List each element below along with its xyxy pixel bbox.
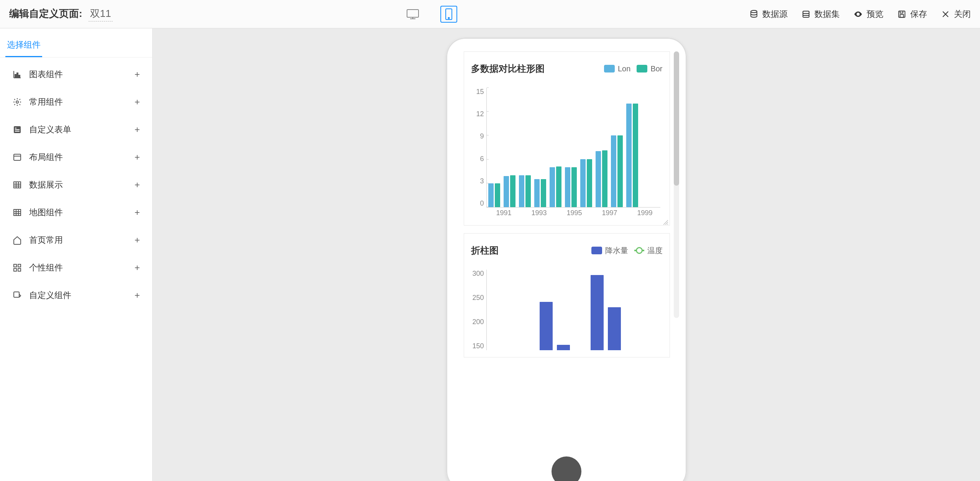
mobile-view-button[interactable] <box>440 6 457 23</box>
database-icon <box>749 10 758 19</box>
svg-rect-6 <box>803 11 809 17</box>
svg-rect-20 <box>15 129 20 130</box>
legend2-b: 温度 <box>647 245 663 256</box>
sidebar-item-label: 数据展示 <box>29 179 63 191</box>
chart-card-bar-line[interactable]: 折柱图 降水量 温度 300250200150 <box>464 233 670 357</box>
home-icon <box>12 235 22 245</box>
resize-handle-icon[interactable] <box>662 217 668 224</box>
expand-icon: + <box>135 262 140 273</box>
sidebar-item-6[interactable]: 首页常用+ <box>5 226 147 254</box>
sidebar-item-label: 首页常用 <box>29 234 63 246</box>
expand-icon: + <box>135 290 140 301</box>
expand-icon: + <box>135 152 140 163</box>
close-icon <box>941 10 950 19</box>
chart-card-bar-compare[interactable]: 多数据对比柱形图 Lon Bor 15129630 19911993199519… <box>464 51 670 226</box>
phone-frame: 多数据对比柱形图 Lon Bor 15129630 19911993199519… <box>446 38 687 481</box>
sidebar-item-label: 自定义表单 <box>29 124 71 135</box>
svg-point-5 <box>751 10 757 13</box>
expand-icon: + <box>135 69 140 80</box>
line-marker-icon <box>634 250 644 251</box>
sidebar-item-2[interactable]: 自定义表单+ <box>5 116 147 143</box>
chart1-legend: Lon Bor <box>604 64 663 73</box>
tab-select-components[interactable]: 选择组件 <box>5 36 42 57</box>
svg-rect-0 <box>407 10 419 17</box>
svg-rect-22 <box>14 154 21 160</box>
expand-icon: + <box>135 97 140 107</box>
sidebar-item-7[interactable]: 个性组件+ <box>5 254 147 282</box>
svg-line-41 <box>667 224 668 225</box>
preview-label: 预览 <box>867 8 883 20</box>
legend1-a: Lon <box>618 64 630 73</box>
svg-rect-14 <box>15 74 16 78</box>
data-set-button[interactable]: 数据集 <box>801 8 840 20</box>
sidebar-item-4[interactable]: 数据展示+ <box>5 171 147 199</box>
gear-icon <box>12 97 22 107</box>
svg-rect-15 <box>17 73 18 78</box>
scrollbar-thumb[interactable] <box>674 51 679 186</box>
table-icon <box>12 180 22 190</box>
chart2-plot: 300250200150 <box>471 270 663 350</box>
header: 编辑自定义页面: 双11 数据源 数据集 预览 <box>0 0 980 28</box>
save-icon <box>897 10 906 19</box>
legend1-b: Bor <box>650 64 662 73</box>
grid-icon <box>12 263 22 273</box>
expand-icon: + <box>135 124 140 135</box>
chart2-title: 折柱图 <box>471 244 499 257</box>
form-icon <box>12 125 22 135</box>
page-name-input[interactable]: 双11 <box>89 7 113 21</box>
sidebar-item-1[interactable]: 常用组件+ <box>5 88 147 116</box>
svg-rect-21 <box>15 131 20 132</box>
page-title-label: 编辑自定义页面: <box>9 7 82 20</box>
sidebar-item-0[interactable]: 图表组件+ <box>5 61 147 88</box>
sidebar-item-label: 常用组件 <box>29 96 63 108</box>
sidebar-item-label: 个性组件 <box>29 262 63 273</box>
svg-rect-37 <box>18 269 21 271</box>
preview-button[interactable]: 预览 <box>854 8 883 20</box>
bar-chart-icon <box>12 69 22 79</box>
close-button[interactable]: 关闭 <box>941 8 971 20</box>
sidebar-item-8[interactable]: 自定义组件+ <box>5 282 147 309</box>
canvas: 多数据对比柱形图 Lon Bor 15129630 19911993199519… <box>153 28 980 481</box>
svg-rect-16 <box>19 75 20 78</box>
svg-rect-19 <box>15 128 16 128</box>
chart1-title: 多数据对比柱形图 <box>471 63 545 75</box>
sidebar-item-3[interactable]: 布局组件+ <box>5 143 147 171</box>
svg-rect-24 <box>14 182 21 188</box>
svg-rect-34 <box>14 264 16 267</box>
table-icon <box>12 208 22 217</box>
save-button[interactable]: 保存 <box>897 8 927 20</box>
legend2-a: 降水量 <box>605 245 628 256</box>
sidebar-item-label: 自定义组件 <box>29 290 71 301</box>
expand-icon: + <box>135 235 140 245</box>
list-icon <box>801 10 811 19</box>
sidebar-item-label: 布局组件 <box>29 152 63 163</box>
layout-icon <box>12 152 22 162</box>
close-label: 关闭 <box>954 8 971 20</box>
scrollbar[interactable] <box>674 51 679 318</box>
svg-rect-35 <box>18 264 21 267</box>
svg-point-17 <box>16 101 18 103</box>
sidebar: 选择组件 图表组件+常用组件+自定义表单+布局组件+数据展示+地图组件+首页常用… <box>0 28 153 481</box>
chart1-plot: 15129630 19911993199519971999 <box>471 88 663 218</box>
expand-icon: + <box>135 180 140 190</box>
eye-icon <box>854 10 863 19</box>
sidebar-item-5[interactable]: 地图组件+ <box>5 199 147 226</box>
svg-rect-29 <box>14 209 21 216</box>
expand-icon: + <box>135 207 140 218</box>
svg-rect-38 <box>14 292 19 297</box>
svg-rect-36 <box>14 269 16 271</box>
save-label: 保存 <box>910 8 927 20</box>
chart2-legend: 降水量 温度 <box>591 245 663 256</box>
desktop-view-button[interactable] <box>404 6 421 23</box>
data-source-label: 数据源 <box>762 8 788 20</box>
svg-rect-11 <box>900 14 903 17</box>
svg-point-9 <box>857 13 859 15</box>
sidebar-item-label: 图表组件 <box>29 69 63 80</box>
data-set-label: 数据集 <box>814 8 840 20</box>
data-source-button[interactable]: 数据源 <box>749 8 788 20</box>
svg-point-4 <box>448 17 450 18</box>
sidebar-item-label: 地图组件 <box>29 207 63 218</box>
custom-icon <box>12 290 22 300</box>
